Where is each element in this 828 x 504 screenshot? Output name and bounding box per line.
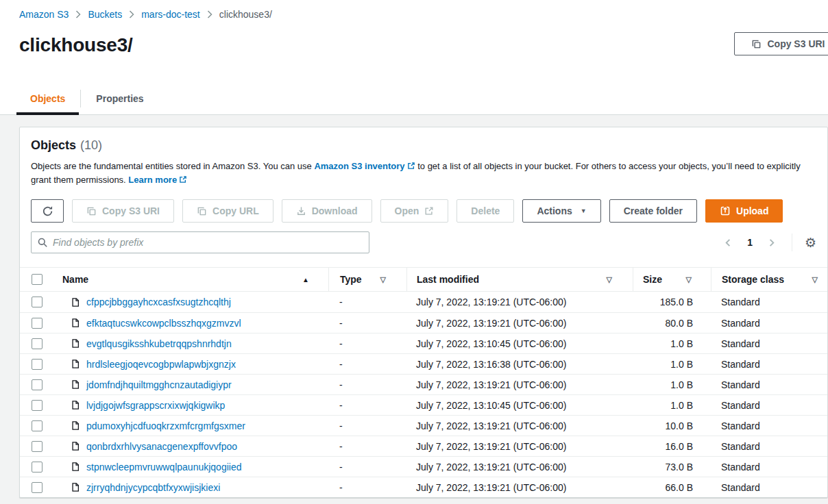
- object-last-modified: July 7, 2022, 13:10:45 (UTC-06:00): [406, 338, 633, 349]
- object-name-link[interactable]: pdumoxyhjcdfuoqkrzxmfcrgmfgsxmer: [86, 420, 245, 431]
- file-icon: [71, 441, 80, 451]
- file-icon: [71, 482, 80, 492]
- object-type: -: [328, 359, 406, 370]
- row-checkbox[interactable]: [32, 359, 42, 370]
- search-icon: [37, 237, 48, 248]
- tab-properties[interactable]: Properties: [82, 82, 157, 114]
- download-icon: [296, 206, 306, 216]
- table-row: jdomfndjhquiltmgghcnzautadigiypr - July …: [20, 374, 827, 394]
- file-icon: [71, 379, 80, 390]
- breadcrumb-amazon-s3[interactable]: Amazon S3: [19, 9, 69, 20]
- copy-s3-uri-button-top[interactable]: Copy S3 URI: [734, 32, 828, 55]
- upload-icon: [720, 205, 731, 216]
- object-name-link[interactable]: lvjdjgojwfsgrappscrxixwjqkigwikp: [86, 400, 225, 411]
- external-link-icon: [179, 175, 187, 184]
- breadcrumb-current-prefix: clickhouse3/: [219, 9, 272, 20]
- row-checkbox[interactable]: [32, 420, 42, 431]
- object-storage-class: Standard: [711, 400, 827, 411]
- sort-ascending-icon: ▲: [302, 276, 309, 284]
- object-storage-class: Standard: [711, 318, 827, 329]
- object-type: -: [328, 420, 406, 431]
- previous-page-button[interactable]: [720, 235, 736, 251]
- object-type: -: [328, 379, 406, 390]
- object-storage-class: Standard: [711, 359, 827, 370]
- tab-bar: Objects Properties: [0, 82, 828, 115]
- object-last-modified: July 7, 2022, 13:19:21 (UTC-06:00): [406, 482, 633, 493]
- row-checkbox[interactable]: [32, 297, 42, 307]
- search-row: 1 ⚙: [20, 231, 827, 253]
- tab-objects[interactable]: Objects: [16, 82, 79, 114]
- row-checkbox[interactable]: [32, 379, 42, 390]
- upload-button[interactable]: Upload: [705, 199, 783, 223]
- open-button: Open: [380, 199, 449, 223]
- select-all-checkbox[interactable]: [32, 274, 42, 285]
- copy-s3-uri-button: Copy S3 URI: [72, 199, 174, 223]
- table-row: lvjdjgojwfsgrappscrxixwjqkigwikp - July …: [20, 394, 827, 415]
- page-title: clickhouse3/: [19, 34, 133, 56]
- file-icon: [71, 359, 80, 369]
- column-header-type[interactable]: Type ▽: [328, 268, 406, 291]
- breadcrumb-bucket-name[interactable]: mars-doc-test: [141, 9, 200, 20]
- object-name-link[interactable]: efktaqtucswkcowpclbsszhqxgzmvzvl: [86, 318, 241, 329]
- object-storage-class: Standard: [711, 420, 827, 431]
- table-row: zjrryqhdnjycypcqbtfxyxwjisjkiexi - July …: [20, 477, 827, 497]
- row-checkbox[interactable]: [32, 318, 42, 329]
- chevron-right-icon: [207, 10, 212, 18]
- object-name-link[interactable]: qonbrdxrhlvysanacgenexpffovvfpoo: [86, 441, 237, 452]
- object-size: 10.0 B: [633, 420, 711, 431]
- row-checkbox[interactable]: [32, 482, 42, 493]
- object-name-link[interactable]: hrdlsleegjoqevcogbpwlapwbjxgnzjx: [86, 359, 236, 370]
- breadcrumb-buckets[interactable]: Buckets: [88, 9, 122, 20]
- copy-icon: [751, 39, 762, 49]
- object-name-link[interactable]: jdomfndjhquiltmgghcnzautadigiypr: [86, 379, 232, 390]
- copy-icon: [86, 206, 97, 216]
- column-header-name[interactable]: Name ▲: [54, 268, 328, 291]
- create-folder-button[interactable]: Create folder: [609, 199, 697, 223]
- object-name-link[interactable]: zjrryqhdnjycypcqbtfxyxwjisjkiexi: [86, 482, 220, 493]
- sort-unsorted-icon: ▽: [607, 275, 612, 284]
- table-row: stpnwcleepmvruwwqlpaunukjqogiied - July …: [20, 456, 827, 477]
- table-row: evgtlqusgiksshkubetrqqpshnrhdtjn - July …: [20, 333, 827, 353]
- table-row: qonbrdxrhlvysanacgenexpffovvfpoo - July …: [20, 436, 827, 456]
- object-last-modified: July 7, 2022, 13:19:21 (UTC-06:00): [406, 441, 633, 452]
- actions-dropdown-button[interactable]: Actions ▼: [522, 199, 600, 223]
- object-storage-class: Standard: [711, 462, 827, 473]
- object-size: 1.0 B: [633, 338, 711, 349]
- refresh-button[interactable]: [31, 199, 64, 223]
- row-checkbox[interactable]: [32, 338, 42, 349]
- download-button: Download: [282, 199, 372, 223]
- next-page-button[interactable]: [764, 235, 779, 251]
- object-name-link[interactable]: cfppcjbbggayhcxcasfxsugtzhcqlthj: [86, 297, 231, 307]
- page-number-button[interactable]: 1: [747, 237, 753, 248]
- object-storage-class: Standard: [711, 441, 827, 452]
- amazon-s3-inventory-link[interactable]: Amazon S3 inventory: [314, 161, 415, 171]
- object-size: 1.0 B: [633, 379, 711, 390]
- row-checkbox[interactable]: [32, 462, 42, 473]
- chevron-right-icon: [75, 10, 81, 18]
- object-last-modified: July 7, 2022, 13:19:21 (UTC-06:00): [406, 462, 633, 473]
- object-storage-class: Standard: [711, 379, 827, 390]
- preferences-gear-icon[interactable]: ⚙: [805, 236, 816, 249]
- row-checkbox[interactable]: [32, 400, 42, 411]
- file-icon: [71, 462, 80, 472]
- objects-panel-heading: Objects(10): [31, 138, 816, 153]
- object-last-modified: July 7, 2022, 13:19:21 (UTC-06:00): [406, 297, 633, 307]
- learn-more-link[interactable]: Learn more: [128, 175, 187, 185]
- row-checkbox[interactable]: [32, 441, 42, 452]
- object-type: -: [328, 338, 406, 349]
- column-header-size[interactable]: Size ▽: [633, 268, 711, 291]
- file-icon: [71, 400, 80, 410]
- objects-toolbar: Copy S3 URI Copy URL Download Open Delet…: [20, 199, 827, 223]
- object-type: -: [328, 441, 406, 452]
- breadcrumb: Amazon S3 Buckets mars-doc-test clickhou…: [19, 9, 272, 20]
- object-rows: cfppcjbbggayhcxcasfxsugtzhcqlthj - July …: [20, 292, 827, 497]
- object-last-modified: July 7, 2022, 13:10:45 (UTC-06:00): [406, 400, 633, 411]
- refresh-icon: [42, 205, 53, 217]
- object-name-link[interactable]: evgtlqusgiksshkubetrqqpshnrhdtjn: [86, 338, 232, 349]
- chevron-right-icon: [129, 10, 134, 18]
- object-storage-class: Standard: [711, 338, 827, 349]
- object-name-link[interactable]: stpnwcleepmvruwwqlpaunukjqogiied: [86, 462, 241, 473]
- column-header-storage-class[interactable]: Storage class ▽: [711, 268, 827, 291]
- search-input[interactable]: [53, 237, 363, 248]
- column-header-last-modified[interactable]: Last modified ▽: [406, 268, 633, 291]
